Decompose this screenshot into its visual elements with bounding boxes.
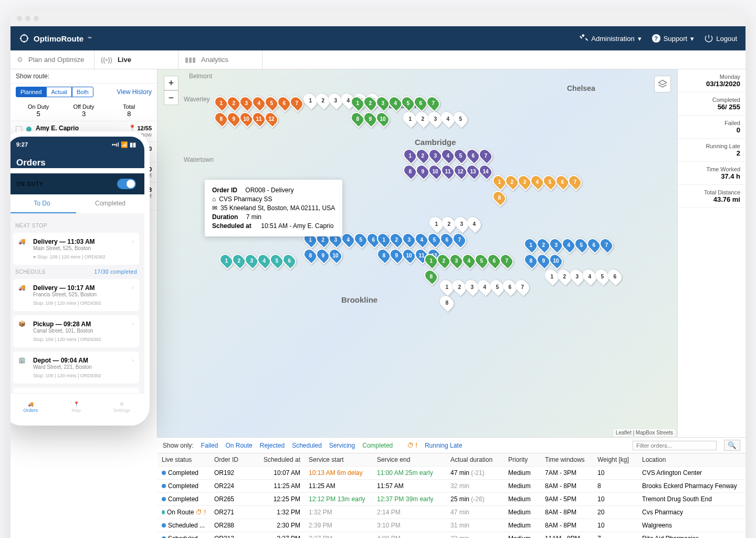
filter-orders-input[interactable]	[633, 441, 717, 450]
search-button[interactable]: 🔍	[724, 440, 740, 451]
app-logo[interactable]: OptimoRoute™	[19, 33, 92, 44]
marker-cluster[interactable]: 12345	[404, 111, 466, 126]
map-marker[interactable]: 8	[490, 188, 508, 206]
marker-cluster[interactable]: 1234567891011121314	[404, 148, 499, 179]
browser-titlebar	[10, 11, 746, 26]
filter-both[interactable]: Both	[72, 87, 93, 97]
mobile-card[interactable]: 🚚 Delivery — 10:17 AM Francis Street, 52…	[13, 279, 139, 311]
mobile-tab-todo[interactable]: To Do	[10, 194, 76, 213]
stat-box: Monday03/13/2020	[678, 69, 746, 92]
status-dot	[162, 523, 166, 527]
mobile-tab-completed[interactable]: Completed	[76, 194, 144, 213]
table-row[interactable]: Completed OR265 12:25 PM 12:12 PM 13m ea…	[158, 493, 746, 506]
support-menu[interactable]: ? Support ▾	[652, 34, 695, 43]
help-icon: ?	[652, 34, 660, 43]
driver-progress: 📍12/55	[111, 125, 152, 131]
marker-cluster[interactable]: 12345678	[494, 174, 588, 205]
logout-button[interactable]: Logout	[705, 34, 737, 43]
table-row[interactable]: On Route ⏱ ! OR271 1:32 PM 1:32 PM 2:14 …	[158, 506, 746, 519]
marker-cluster[interactable]: 1234	[430, 216, 480, 231]
chevron-right-icon: ›	[132, 320, 134, 327]
filter-link-scheduled[interactable]: Scheduled	[292, 442, 322, 449]
table-row[interactable]: Completed OR192 10:07 AM 10:13 AM 6m del…	[158, 467, 746, 480]
chevron-right-icon: ›	[132, 238, 134, 244]
clock-warning-icon: ⏱ !	[407, 442, 417, 449]
mobile-preview: 9:27 ••ıl 📶 ▮▮ Orders ON DUTY To Do Comp…	[10, 131, 150, 426]
power-icon	[705, 34, 713, 43]
map-popup: Order ID OR008 - Delivery ⌂CVS Pharmacy …	[205, 180, 342, 236]
filter-planned[interactable]: Planned	[16, 87, 46, 97]
pin-icon: 📍	[129, 125, 136, 131]
mobile-card[interactable]: 📦 Pickup — 09:28 AM Canal Street, 101, B…	[13, 315, 139, 347]
filter-link-servicing[interactable]: Servicing	[329, 442, 355, 449]
zoom-in-button[interactable]: +	[164, 76, 178, 90]
broadcast-icon: ((•))	[101, 56, 112, 64]
map-marker[interactable]: 7	[450, 230, 468, 249]
table-row[interactable]: Completed OR224 11:25 AM 11:25 AM 11:57 …	[158, 480, 746, 493]
map-marker[interactable]: 7	[287, 94, 306, 112]
filter-actual[interactable]: Actual	[46, 87, 72, 97]
table-header-row: Live status Order ID Scheduled at Servic…	[158, 453, 746, 467]
marker-cluster[interactable]: 12345678910	[525, 237, 620, 268]
filter-running-late[interactable]: Running Late	[425, 442, 462, 449]
mobile-card[interactable]: 🚚 Delivery — 11:03 AM Main Street, 525, …	[13, 233, 139, 265]
map-marker[interactable]: 6	[605, 267, 624, 285]
map-marker[interactable]: 7	[513, 277, 531, 296]
table-row[interactable]: Scheduled ... OR288 2:30 PM 2:39 PM 3:10…	[158, 519, 746, 532]
chevron-right-icon: ›	[132, 357, 134, 363]
map-marker[interactable]: 10	[326, 246, 344, 264]
map-marker[interactable]: 10	[373, 109, 392, 128]
mobile-tab-map[interactable]: 📍Map	[54, 394, 99, 420]
pickup-icon: 📦	[18, 320, 28, 327]
map-marker[interactable]: 6	[280, 251, 298, 270]
map-marker[interactable]: 7	[565, 172, 584, 191]
status-dot	[162, 471, 166, 475]
map-marker[interactable]: 5	[451, 109, 469, 128]
map[interactable]: + − Belmont Waverley Watertown Somervill…	[158, 69, 677, 437]
marker-cluster[interactable]: 123456789101112	[215, 96, 310, 126]
map-marker[interactable]: 7	[424, 94, 442, 112]
map-marker[interactable]: 12	[262, 109, 280, 128]
layers-button[interactable]	[654, 76, 671, 92]
status-dot	[162, 510, 165, 514]
mobile-time: 9:27	[16, 141, 28, 148]
table-row[interactable]: Scheduled ... OR313 3:27 PM 3:27 PM 4:00…	[158, 532, 746, 538]
gear-icon: ⚙	[17, 56, 23, 64]
depot-icon: 🏢	[18, 357, 28, 364]
view-history-link[interactable]: View History	[117, 88, 152, 96]
zoom-out-button[interactable]: −	[164, 90, 178, 105]
marker-cluster[interactable]: 12345678	[441, 280, 536, 310]
map-marker[interactable]: 4	[465, 214, 483, 233]
mobile-card[interactable]: 🏢 Depot — 09:04 AM Ward Street, 221, Bos…	[13, 351, 139, 384]
filter-link-on-route[interactable]: On Route	[225, 442, 252, 449]
marker-cluster[interactable]: 123456	[546, 269, 621, 284]
map-marker[interactable]: 14	[476, 162, 495, 180]
filter-link-rejected[interactable]: Rejected	[260, 442, 285, 449]
map-marker[interactable]: 8	[437, 293, 456, 312]
pin-icon: 📍	[74, 401, 79, 407]
marker-cluster[interactable]: 123456	[220, 253, 295, 268]
map-marker[interactable]: 7	[497, 251, 516, 270]
map-marker[interactable]: 7	[476, 146, 495, 164]
map-marker[interactable]: 8	[422, 267, 440, 285]
filter-link-completed[interactable]: Completed	[362, 442, 393, 449]
admin-menu[interactable]: Administration ▾	[580, 34, 641, 43]
mobile-title: Orders	[16, 158, 136, 168]
filter-link-failed[interactable]: Failed	[201, 442, 218, 449]
tab-plan[interactable]: ⚙ Plan and Optimize	[10, 50, 94, 69]
mobile-duty-toggle[interactable]	[117, 179, 136, 189]
truck-icon: 🚚	[28, 401, 34, 407]
stats-panel: Monday03/13/2020Completed56/ 255Failed0R…	[677, 69, 746, 437]
map-marker[interactable]: 10	[547, 251, 565, 270]
mobile-tab-orders[interactable]: 🚚Orders	[10, 394, 54, 420]
tab-live[interactable]: ((•)) Live	[94, 50, 178, 69]
gear-icon: ⚙	[120, 401, 124, 407]
mail-icon: ✉	[212, 204, 217, 212]
mobile-status-icons: ••ıl 📶 ▮▮	[112, 141, 136, 148]
topbar: OptimoRoute™ Administration ▾ ? Support …	[10, 26, 746, 50]
tab-analytics[interactable]: ▮▮▮ Analytics	[178, 50, 262, 69]
status-dot	[162, 484, 166, 488]
map-marker[interactable]: 7	[597, 235, 615, 254]
app-name: OptimoRoute	[34, 34, 83, 43]
mobile-tab-settings[interactable]: ⚙Settings	[99, 394, 144, 420]
